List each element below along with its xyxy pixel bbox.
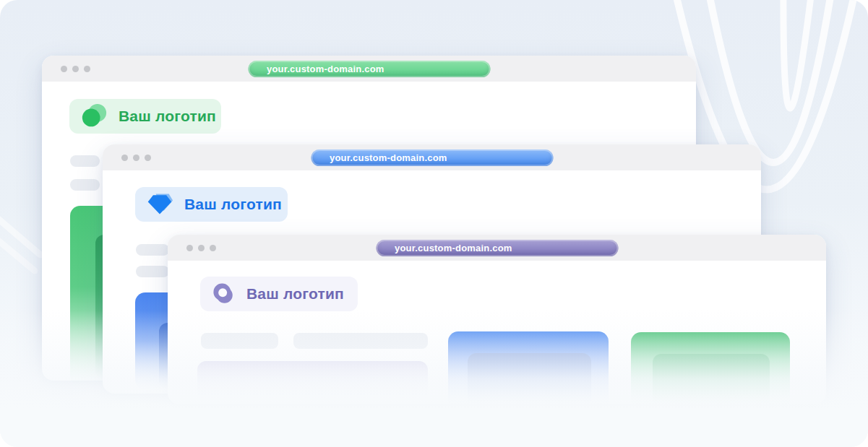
window-controls[interactable] [186,235,216,261]
logo-text: Ваш логотип [119,108,216,125]
donut-icon [211,282,236,306]
logo-text: Ваш логотип [184,196,282,213]
window-control-dot[interactable] [133,155,139,161]
placeholder-text-line [293,333,428,349]
placeholder-text-line [201,333,278,349]
placeholder-text-line [136,266,169,277]
placeholder-banner [197,361,428,401]
window-control-dot[interactable] [72,66,79,72]
address-bar[interactable]: your.custom-domain.com [311,149,553,166]
logo-badge[interactable]: Ваш логотип [69,99,221,134]
content-card-inner [653,354,770,409]
window-control-dot[interactable] [84,66,90,72]
logo-badge[interactable]: Ваш логотип [135,187,288,222]
window-control-dot[interactable] [61,66,67,72]
window-control-dot[interactable] [210,245,216,251]
window-control-dot[interactable] [198,245,205,251]
window-control-dot[interactable] [145,155,151,161]
address-bar-url: your.custom-domain.com [376,240,618,256]
overlapping-circles-icon [80,103,108,130]
content-card-inner [468,353,591,408]
address-bar[interactable]: your.custom-domain.com [376,240,618,256]
window-control-dot[interactable] [186,245,193,251]
diamond-icon [146,192,173,217]
window-controls[interactable] [61,56,90,82]
content-card-green [631,332,790,410]
content-card-blue [448,331,609,409]
address-bar[interactable]: your.custom-domain.com [248,61,490,77]
browser-window-purple: your.custom-domain.com Ваш логотип [168,235,826,404]
browser-chrome: your.custom-domain.com [103,144,761,170]
hero-illustration: your.custom-domain.com Ваш логотип [0,0,868,447]
placeholder-text-line [70,179,100,191]
address-bar-url: your.custom-domain.com [311,149,553,166]
browser-chrome: your.custom-domain.com [168,235,826,261]
logo-badge[interactable]: Ваш логотип [200,277,358,311]
browser-chrome: your.custom-domain.com [42,56,696,82]
logo-text: Ваш логотип [246,285,344,303]
window-control-dot[interactable] [121,155,128,161]
placeholder-text-line [70,155,100,167]
address-bar-url: your.custom-domain.com [248,61,490,77]
placeholder-text-line [136,244,169,256]
window-controls[interactable] [121,144,151,170]
